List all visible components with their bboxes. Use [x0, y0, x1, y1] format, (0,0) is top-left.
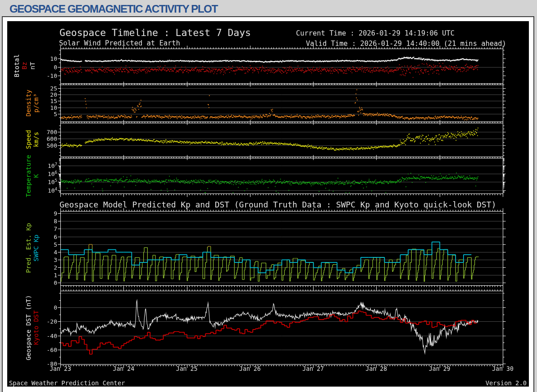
axis-label-temperature: Temperature: [25, 155, 32, 197]
ytick-label: 0: [54, 63, 57, 70]
axis-label-swpc-kp: SWPC Kp: [32, 234, 40, 261]
ytick-label: 20: [50, 91, 57, 98]
axis-label-btotal: Btotal: [13, 54, 20, 77]
ytick-label: 105: [48, 178, 57, 185]
xtick-label: Jan 24: [113, 365, 134, 372]
credit-text: Space Weather Prediction Center: [9, 379, 125, 387]
valid-time: Valid Time : 2026-01-29 14:40:00 (21 min…: [306, 40, 506, 48]
xtick-label: Jan 29: [429, 365, 451, 372]
ytick-label: -10: [47, 72, 57, 79]
ytick-label: 0: [54, 304, 57, 311]
xtick-label: Jan 28: [366, 365, 387, 372]
ytick-label: 104: [48, 187, 57, 194]
axis-label-density: Density: [25, 90, 32, 117]
axis-label-km-s: km/s: [32, 132, 40, 147]
ytick-label: 10: [50, 104, 57, 111]
ytick-label: 2: [54, 264, 57, 271]
ytick-label: 500: [47, 142, 57, 149]
ytick-label: 0: [54, 279, 57, 286]
site-header: GEOSPACE GEOMAGNETIC ACTIVITY PLOT: [0, 0, 537, 17]
ytick-label: -20: [47, 318, 57, 325]
axis-label-nt: nT: [29, 62, 36, 70]
geospace-activity-plot: Geospace Timeline : Latest 7 Days Solar …: [7, 21, 529, 387]
ytick-label: 700: [47, 129, 57, 135]
plot-title: Geospace Timeline : Latest 7 Days: [59, 27, 251, 38]
current-time: Current Time : 2026-01-29 14:19:06 UTC: [296, 29, 455, 37]
xtick-label: Jan 23: [50, 365, 71, 372]
ytick-label: 8: [54, 218, 57, 225]
axis-label-kyoto-dst: Kyoto DST: [32, 311, 40, 345]
ytick-label: 5: [54, 241, 57, 248]
axis-label-geospace-dst-nt-: Geospace DST (nT): [25, 295, 32, 360]
axis-label-bz: Bz: [21, 62, 28, 70]
ytick-label: 107: [48, 162, 57, 169]
xtick-label: Jan 27: [302, 365, 324, 372]
page-title: GEOSPACE GEOMAGNETIC ACTIVITY PLOT: [9, 3, 218, 15]
ytick-label: 15: [50, 98, 57, 104]
version-text: Version 2.0: [486, 379, 527, 387]
ytick-label: -60: [47, 347, 57, 353]
xtick-label: Jan 30: [492, 365, 514, 372]
ytick-label: 3: [54, 256, 57, 263]
ytick-label: 1: [54, 272, 57, 279]
ytick-label: -40: [47, 332, 57, 339]
xtick-label: Jan 25: [176, 365, 198, 372]
axis-label-pred-est-kp: Pred. Est. Kp: [25, 223, 32, 273]
ytick-label: 5: [54, 111, 57, 117]
axis-label-k: K: [32, 174, 40, 178]
axis-label-p-cm-: p/cm³: [32, 93, 40, 113]
model-section-title: Geospace Model Predicted Kp and DST (Gro…: [59, 200, 496, 209]
ytick-label: 9: [54, 210, 57, 217]
ytick-label: 25: [50, 85, 57, 91]
ytick-label: 106: [48, 170, 57, 177]
solar-wind-subtitle: Solar Wind Predicted at Earth: [59, 39, 180, 47]
axis-label-speed: Speed: [25, 130, 32, 149]
xtick-label: Jan 26: [239, 365, 261, 372]
ytick-label: 10: [50, 55, 57, 62]
ytick-label: 6: [54, 233, 57, 240]
content-frame: Geospace Timeline : Latest 7 Days Solar …: [2, 16, 534, 392]
ytick-label: 4: [54, 248, 57, 255]
ytick-label: 7: [54, 225, 57, 232]
ytick-label: 600: [47, 135, 57, 142]
